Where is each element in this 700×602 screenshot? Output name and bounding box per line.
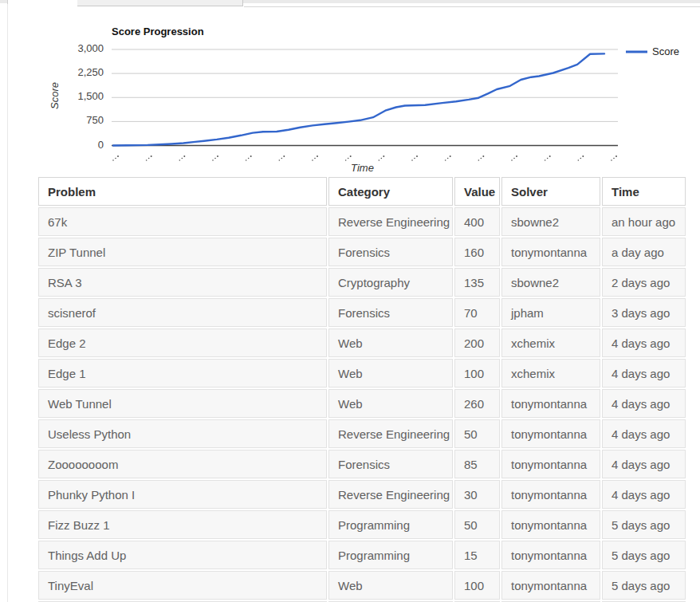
submissions-table-body: 67kReverse Engineering400sbowne2an hour … — [38, 207, 686, 602]
table-cell: Web — [328, 329, 453, 357]
table-cell: Forensics — [328, 238, 453, 266]
score-progression-chart: Score Progression 07501,5002,2503,000 Sc… — [0, 0, 700, 174]
table-row: Edge 1Web100xchemix4 days ago — [38, 359, 686, 388]
table-cell: Web — [328, 389, 453, 418]
table-cell: 4 days ago — [602, 419, 686, 448]
table-cell: TinyEval — [38, 571, 327, 600]
column-header-solver: Solver — [501, 177, 600, 206]
y-axis-tick-label: 3,000 — [45, 42, 104, 54]
y-axis-tick-label: 750 — [45, 114, 104, 126]
table-cell: 3 days ago — [602, 298, 686, 327]
table-cell: Reverse Engineering — [328, 480, 453, 509]
column-header-time: Time — [602, 177, 686, 206]
table-row: Fizz Buzz 1Programming50tonymontanna5 da… — [38, 510, 686, 539]
scoreboard-page: Score Progression 07501,5002,2503,000 Sc… — [0, 0, 700, 602]
table-cell: Cryptography — [328, 268, 453, 297]
table-cell: 70 — [454, 298, 500, 327]
table-cell: Web — [328, 571, 453, 600]
table-cell: tonymontanna — [501, 419, 600, 448]
legend-label: Score — [652, 45, 679, 57]
table-cell: Zoooooooom — [38, 450, 327, 478]
table-row: TinyEvalWeb100tonymontanna5 days ago — [38, 571, 686, 600]
table-cell: sbowne2 — [501, 207, 600, 236]
table-cell: an hour ago — [602, 207, 686, 236]
table-row: scisnerofForensics70jpham3 days ago — [38, 298, 686, 327]
table-cell: Edge 2 — [38, 329, 327, 357]
y-axis-tick-label: 2,250 — [45, 66, 104, 78]
table-cell: 15 — [454, 541, 500, 569]
table-cell: Useless Python — [38, 419, 327, 448]
table-cell: 2 days ago — [602, 268, 686, 297]
table-cell: 400 — [454, 207, 500, 236]
table-cell: 200 — [454, 329, 500, 357]
table-row: ZoooooooomForensics85tonymontanna4 days … — [38, 450, 686, 478]
chart-canvas — [0, 0, 700, 174]
table-cell: tonymontanna — [501, 389, 600, 418]
table-row: 67kReverse Engineering400sbowne2an hour … — [38, 207, 686, 236]
table-cell: 50 — [454, 510, 500, 539]
table-cell: Forensics — [328, 450, 453, 478]
table-cell: Reverse Engineering — [328, 207, 453, 236]
table-cell: Programming — [328, 510, 453, 539]
table-cell: tonymontanna — [501, 571, 600, 600]
chart-title: Score Progression — [112, 26, 204, 37]
table-cell: tonymontanna — [501, 480, 600, 509]
table-cell: tonymontanna — [501, 238, 600, 266]
y-axis-title: Score — [49, 82, 61, 109]
table-cell: 160 — [454, 238, 500, 266]
table-cell: sbowne2 — [501, 268, 600, 297]
table-cell: scisnerof — [38, 298, 327, 327]
table-cell: tonymontanna — [501, 510, 600, 539]
table-cell: RSA 3 — [38, 268, 327, 297]
table-cell: Reverse Engineering — [328, 419, 453, 448]
table-cell: xchemix — [501, 329, 600, 357]
table-cell: 100 — [454, 359, 500, 388]
table-row: Edge 2Web200xchemix4 days ago — [38, 329, 686, 357]
table-cell: 4 days ago — [602, 389, 686, 418]
column-header-category: Category — [328, 177, 453, 206]
table-header-row: Problem Category Value Solver Time — [38, 177, 686, 206]
table-row: Useless PythonReverse Engineering50tonym… — [38, 419, 686, 448]
table-cell: a day ago — [602, 238, 686, 266]
x-axis-title: Time — [113, 162, 612, 174]
table-cell: 4 days ago — [602, 329, 686, 357]
table-cell: Things Add Up — [38, 541, 327, 569]
table-row: RSA 3Cryptography135sbowne22 days ago — [38, 268, 686, 297]
table-cell: 4 days ago — [602, 450, 686, 478]
table-cell: ZIP Tunnel — [38, 238, 327, 266]
table-row: Web TunnelWeb260tonymontanna4 days ago — [38, 389, 686, 418]
table-cell: jpham — [501, 298, 600, 327]
table-cell: Edge 1 — [38, 359, 327, 388]
submissions-table: Problem Category Value Solver Time 67kRe… — [37, 175, 687, 602]
table-cell: 4 days ago — [602, 480, 686, 509]
table-row: Things Add UpProgramming15tonymontanna5 … — [38, 541, 686, 569]
table-cell: Programming — [328, 541, 453, 569]
table-cell: 30 — [454, 480, 500, 509]
table-cell: xchemix — [501, 359, 600, 388]
table-cell: Fizz Buzz 1 — [38, 510, 327, 539]
table-cell: 5 days ago — [602, 571, 686, 600]
table-cell: 50 — [454, 419, 500, 448]
table-cell: 4 days ago — [602, 359, 686, 388]
column-header-problem: Problem — [38, 177, 327, 206]
table-row: Phunky Python IReverse Engineering30tony… — [38, 480, 686, 509]
table-cell: 85 — [454, 450, 500, 478]
table-cell: Forensics — [328, 298, 453, 327]
table-cell: 100 — [454, 571, 500, 600]
table-cell: Phunky Python I — [38, 480, 327, 509]
column-header-value: Value — [454, 177, 500, 206]
table-cell: Web — [328, 359, 453, 388]
table-cell: 5 days ago — [602, 541, 686, 569]
table-cell: 135 — [454, 268, 500, 297]
table-cell: tonymontanna — [501, 450, 600, 478]
table-cell: Web Tunnel — [38, 389, 327, 418]
table-cell: tonymontanna — [501, 541, 600, 569]
table-row: ZIP TunnelForensics160tonymontannaa day … — [38, 238, 686, 266]
table-cell: 5 days ago — [602, 510, 686, 539]
table-cell: 67k — [38, 207, 327, 236]
y-axis-tick-label: 0 — [45, 139, 104, 151]
table-cell: 260 — [454, 389, 500, 418]
